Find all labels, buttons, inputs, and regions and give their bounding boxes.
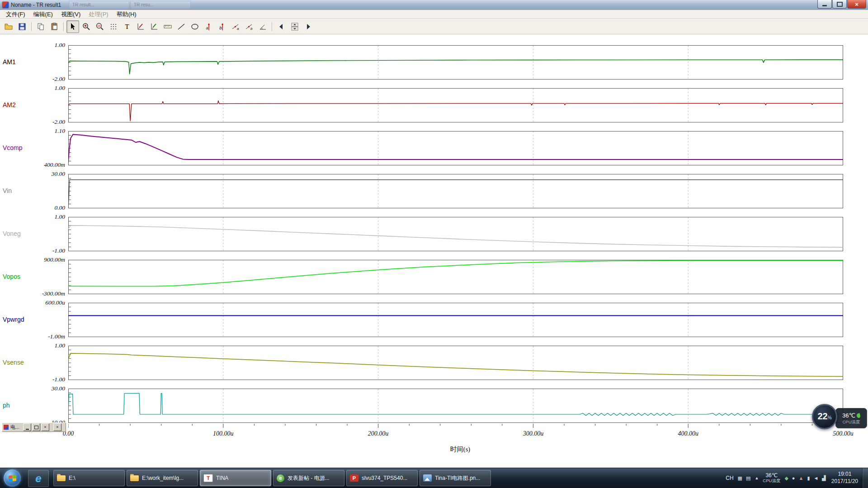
usb-icon[interactable]: ▮ [807, 475, 810, 481]
window-controls: × [817, 0, 866, 9]
line-tool-button[interactable] [175, 20, 188, 33]
panel-close-button[interactable]: × [53, 423, 61, 431]
message-icon[interactable]: ● [792, 475, 795, 481]
edit-axes-button[interactable] [134, 20, 147, 33]
ime-icon[interactable]: ▦ [738, 475, 742, 481]
scale-tool-button[interactable] [161, 20, 174, 33]
slopeB-icon: b [245, 22, 254, 31]
minimize-icon [822, 5, 827, 6]
cpu-temp-box[interactable]: 36℃ CPU温度 [835, 408, 867, 428]
start-button[interactable] [4, 469, 21, 487]
grid-icon [109, 22, 118, 31]
grid-toggle-button[interactable] [107, 20, 120, 33]
toolbar: 100Tabab [0, 19, 868, 34]
menu-bar: 文件(F)编辑(E)视图(V)处理(P)帮助(H) [0, 10, 868, 19]
system-tray: CH ▦▤ ▲ 36℃ CPU温度 ◆●▲▮◄▟ 19:01 2017/11/2… [726, 468, 868, 488]
safety-icon[interactable]: ◆ [784, 475, 788, 481]
show-desktop-button[interactable] [862, 468, 868, 488]
language-indicator[interactable]: CH [726, 475, 733, 481]
cursor-icon [68, 22, 77, 31]
x-tick-label: 100.00u [198, 430, 248, 437]
tangent-b-button[interactable]: b [243, 20, 255, 33]
taskbar-button[interactable]: e发表新帖 - 电源... [273, 470, 344, 486]
svg-text:a: a [237, 27, 239, 31]
previous-curve-button[interactable] [275, 20, 288, 33]
menu-item[interactable]: 编辑(E) [29, 10, 57, 19]
maximize-button[interactable] [832, 0, 847, 9]
tray-expand-arrow[interactable]: ▲ [755, 476, 759, 480]
axis2-icon [150, 22, 159, 31]
tray-cpu-temp[interactable]: 36℃ CPU温度 [763, 473, 780, 484]
taskbar-button-label: E:\work_item\lg... [142, 475, 184, 481]
arrowR-icon [304, 22, 313, 31]
open-button[interactable] [2, 20, 15, 33]
floppy-icon [18, 22, 27, 31]
cursor-tool-button[interactable] [66, 20, 79, 33]
taskbar-button[interactable]: E:\ [53, 470, 125, 486]
markerA-icon: a [204, 22, 213, 31]
x-tick-label: 500.00u [818, 430, 868, 437]
network-icon[interactable]: ▟ [822, 475, 826, 481]
zoom-in-button[interactable] [80, 20, 93, 33]
folder-icon [4, 22, 13, 31]
cpu-temp-label: CPU温度 [842, 419, 860, 424]
taskbar-button[interactable]: TTINA [200, 470, 271, 486]
taskbar-button[interactable]: Pslvu374_TPS540... [346, 470, 418, 486]
y-max-label: 1.00 [23, 42, 65, 49]
cpu-usage-unit: % [828, 415, 832, 420]
menu-item[interactable]: 文件(F) [2, 10, 29, 19]
update-icon[interactable]: ▲ [799, 475, 804, 481]
child-minimize-button[interactable] [23, 423, 31, 431]
angle-tool-button[interactable] [256, 20, 269, 33]
text-tool-button[interactable]: T [121, 20, 133, 33]
volume-icon[interactable]: ◄ [813, 475, 818, 481]
minimized-child-window[interactable]: 电... × × [2, 422, 66, 432]
taskbar: e E:\E:\work_item\lg...TTINAe发表新帖 - 电源..… [0, 468, 868, 488]
taskbar-ie-button[interactable]: e [28, 470, 49, 487]
menu-item[interactable]: 帮助(H) [113, 10, 141, 19]
text-icon: T [123, 22, 132, 31]
child-window-icon [4, 425, 9, 430]
touch-keyboard-icon[interactable]: ▤ [746, 475, 750, 481]
close-button[interactable]: × [847, 0, 866, 9]
child-close-button[interactable]: × [41, 423, 49, 431]
x-tick-label: 200.00u [354, 430, 403, 437]
restore-icon [34, 426, 38, 429]
signal-name-label: AM2 [3, 101, 16, 108]
ellipse-tool-button[interactable] [189, 20, 201, 33]
background-window-title: TR resu... [130, 1, 191, 9]
minimize-button[interactable] [817, 0, 832, 9]
y-max-label: 1.10 [23, 127, 65, 135]
desktop: Noname - TR result1 TR result...TR resu.… [0, 0, 868, 488]
plot-vopos [68, 260, 843, 296]
taskbar-button[interactable]: Tina-TI电路图.pn... [420, 470, 491, 486]
curve-spinner[interactable] [288, 20, 301, 33]
menu-item[interactable]: 处理(P) [85, 10, 112, 19]
plot-ph [68, 389, 843, 425]
next-curve-button[interactable] [302, 20, 315, 33]
cursor-a-button[interactable]: a [202, 20, 215, 33]
save-button[interactable] [16, 20, 28, 33]
autoscale-axes-button[interactable] [148, 20, 160, 33]
child-restore-button[interactable] [32, 423, 40, 431]
copy-button[interactable] [34, 20, 47, 33]
y-min-label: -2.00 [23, 75, 65, 83]
cpu-monitor-widget[interactable]: 36℃ CPU温度 22 % [812, 404, 868, 431]
y-max-label: 1.00 [23, 213, 65, 221]
tangent-a-button[interactable]: a [229, 20, 242, 33]
paste-button[interactable] [48, 20, 61, 33]
svg-text:T: T [125, 23, 129, 30]
menu-item[interactable]: 视图(V) [57, 10, 85, 19]
svg-text:100: 100 [97, 25, 101, 27]
cursor-b-button[interactable]: b [216, 20, 228, 33]
copy-icon [36, 22, 45, 31]
y-max-label: 600.00u [23, 299, 65, 306]
signal-name-label: ph [3, 402, 10, 409]
plot-voneg [68, 217, 843, 253]
cpu-usage-circle[interactable]: 22 % [812, 404, 837, 429]
svg-text:a: a [206, 26, 208, 30]
taskbar-button[interactable]: E:\work_item\lg... [127, 470, 198, 486]
zoom-100-button[interactable]: 100 [94, 20, 106, 33]
y-min-label: -300.00m [23, 290, 65, 297]
tray-clock[interactable]: 19:01 2017/11/20 [831, 471, 858, 485]
